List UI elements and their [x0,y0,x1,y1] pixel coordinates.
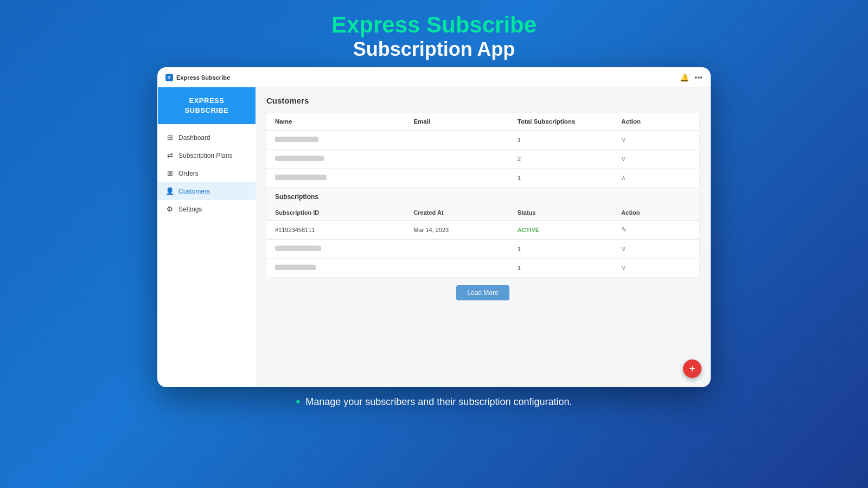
sidebar-item-settings[interactable]: ⚙ Settings [158,200,256,218]
footer-section: • Manage your subscribers and their subs… [296,395,572,409]
table-row: 1 ∨ [266,259,699,278]
sidebar-nav: ⊞ Dashboard ⇄ Subscription Plans ⊠ Order… [158,124,256,222]
sidebar-item-subscription-plans[interactable]: ⇄ Subscription Plans [158,146,256,164]
sidebar-label-settings: Settings [178,206,202,213]
collapse-chevron-3[interactable]: ∧ [621,174,626,182]
sub-id: #11923456111 [275,227,413,233]
sub-col-status: Status [518,209,622,216]
sub-col-created: Created At [413,209,518,216]
sidebar: EXPRESS SUBSCRIBE ⊞ Dashboard ⇄ Subscrip… [158,87,256,387]
subscription-label: Subscriptions [266,188,699,205]
bell-icon[interactable]: 🔔 [680,73,689,82]
main-content: Customers Name Email Total Subscriptions… [256,87,710,387]
customer-name-1 [275,137,413,143]
sub-col-id: Subscription ID [275,209,413,216]
brand-name: Express Subscribe [176,74,230,81]
col-action: Action [621,118,691,125]
customer-subs-3: 1 [518,175,622,181]
sub-action[interactable]: ✎ [621,226,691,234]
col-email: Email [413,118,518,125]
sub-table-row: #11923456111 Mar 14, 2023 ACTIVE ✎ [266,221,699,239]
sub-table-header: Subscription ID Created At Status Action [266,205,699,221]
customer-name-2 [275,156,413,162]
sidebar-item-orders[interactable]: ⊠ Orders [158,164,256,182]
customers-icon: 👤 [165,187,174,195]
app-window: Express Subscribe 🔔 ••• EXPRESS SUBSCRIB… [157,67,711,387]
plans-icon: ⇄ [165,151,174,159]
expand-chevron-5[interactable]: ∨ [621,264,626,272]
dashboard-icon: ⊞ [165,133,174,142]
table-row: 1 ∧ [266,169,699,188]
col-name: Name [275,118,413,125]
table-row: 1 ∨ [266,240,699,259]
orders-icon: ⊠ [165,169,174,177]
customer-subs-5: 1 [518,265,622,271]
brand-icon [165,74,173,81]
sub-created: Mar 14, 2023 [413,227,518,233]
sidebar-item-customers[interactable]: 👤 Customers [158,182,256,200]
col-subscriptions: Total Subscriptions [518,118,622,125]
window-topbar: Express Subscribe 🔔 ••• [158,68,710,87]
window-actions: 🔔 ••• [680,73,703,82]
customer-action-2[interactable]: ∨ [621,155,691,163]
page-title: Customers [266,96,699,105]
subscription-section: Subscriptions Subscription ID Created At… [266,188,699,240]
footer-text: Manage your subscribers and their subscr… [305,396,572,408]
expand-chevron-1[interactable]: ∨ [621,136,626,144]
window-brand: Express Subscribe [165,74,230,81]
table-row: 1 ∨ [266,131,699,150]
table-row: 2 ∨ [266,150,699,169]
sub-col-action: Action [621,209,691,216]
edit-icon[interactable]: ✎ [621,226,627,234]
settings-icon: ⚙ [165,205,174,213]
table-header: Name Email Total Subscriptions Action [266,113,699,131]
customer-action-5[interactable]: ∨ [621,264,691,272]
more-icon[interactable]: ••• [694,73,703,82]
sidebar-header: EXPRESS SUBSCRIBE [158,87,256,124]
status-active-badge: ACTIVE [518,227,539,233]
customer-name-3 [275,175,413,181]
sidebar-item-dashboard[interactable]: ⊞ Dashboard [158,129,256,146]
customer-subs-1: 1 [518,137,622,143]
sidebar-header-line2: SUBSCRIBE [184,106,228,114]
customer-name-5 [275,265,413,271]
hero-line2: Subscription App [331,38,537,61]
hero-section: Express Subscribe Subscription App [331,12,537,61]
sub-status: ACTIVE [518,227,622,233]
fab-add-button[interactable]: + [683,359,701,378]
expand-chevron-4[interactable]: ∨ [621,245,626,253]
customer-action-1[interactable]: ∨ [621,136,691,144]
expand-chevron-2[interactable]: ∨ [621,155,626,163]
window-body: EXPRESS SUBSCRIBE ⊞ Dashboard ⇄ Subscrip… [158,87,710,387]
customer-subs-2: 2 [518,156,622,162]
hero-line1: Express Subscribe [331,12,537,38]
sidebar-header-line1: EXPRESS [189,97,225,105]
customers-table: Name Email Total Subscriptions Action 1 … [266,113,699,278]
sidebar-label-customers: Customers [178,188,210,195]
customer-subs-4: 1 [518,246,622,252]
sidebar-label-plans: Subscription Plans [178,152,232,159]
customer-action-4[interactable]: ∨ [621,245,691,253]
sidebar-label-dashboard: Dashboard [178,134,210,142]
load-more-button[interactable]: Load More [456,285,509,300]
customer-action-3[interactable]: ∧ [621,174,691,182]
sidebar-label-orders: Orders [178,170,199,177]
load-more-row: Load More [266,278,699,308]
footer-dot: • [296,395,301,409]
customer-name-4 [275,246,413,252]
